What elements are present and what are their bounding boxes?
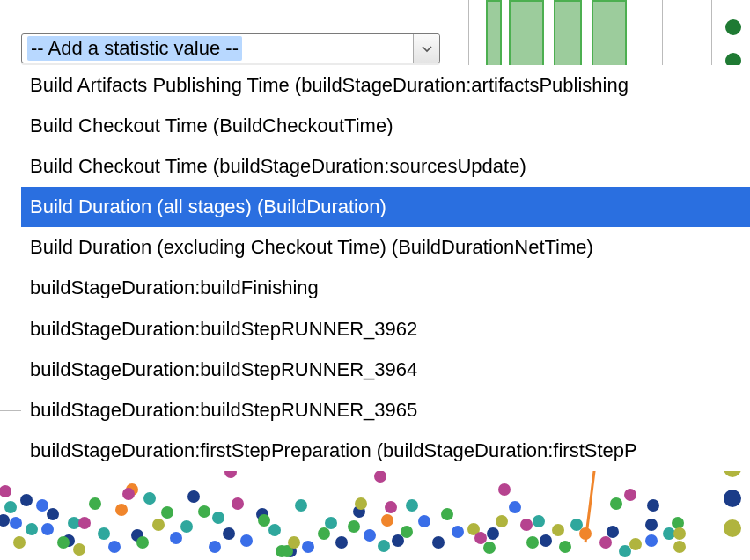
svg-point-44 (180, 520, 193, 533)
svg-point-81 (673, 527, 686, 540)
svg-point-79 (552, 524, 564, 536)
svg-point-10 (47, 508, 59, 520)
svg-point-7 (115, 504, 128, 516)
svg-point-65 (401, 526, 413, 538)
svg-point-59 (198, 505, 210, 518)
svg-point-77 (467, 523, 480, 535)
svg-point-71 (672, 517, 684, 529)
svg-point-72 (13, 536, 26, 549)
svg-point-23 (607, 526, 619, 538)
svg-point-39 (4, 501, 17, 513)
svg-point-20 (432, 536, 445, 549)
svg-point-57 (136, 536, 149, 549)
svg-point-8 (0, 514, 10, 527)
svg-point-62 (281, 545, 293, 557)
svg-point-84 (78, 517, 91, 529)
svg-point-75 (288, 536, 300, 549)
svg-point-61 (276, 545, 288, 557)
legend-dot (724, 490, 741, 507)
svg-point-70 (610, 497, 622, 510)
svg-point-60 (258, 514, 270, 527)
svg-point-52 (570, 519, 583, 531)
svg-point-67 (483, 542, 496, 554)
svg-point-47 (295, 499, 307, 512)
svg-point-82 (673, 541, 686, 553)
svg-point-69 (559, 541, 571, 553)
svg-point-29 (108, 541, 121, 553)
svg-point-46 (268, 524, 281, 536)
svg-point-32 (240, 534, 253, 547)
svg-point-19 (392, 534, 404, 547)
svg-point-26 (10, 517, 22, 529)
svg-point-50 (406, 499, 418, 512)
svg-point-58 (161, 506, 173, 519)
svg-point-11 (62, 534, 75, 547)
svg-point-80 (629, 538, 642, 550)
combobox-toggle[interactable] (413, 34, 439, 63)
svg-point-55 (57, 536, 70, 549)
svg-point-89 (385, 501, 397, 513)
svg-point-1 (126, 483, 138, 496)
option-2[interactable]: Build Checkout Time (buildStageDuration:… (21, 146, 750, 187)
svg-point-17 (335, 536, 348, 549)
svg-point-14 (223, 527, 235, 540)
statistic-select: -- Add a statistic value -- Build Artifa… (21, 33, 750, 471)
svg-point-87 (232, 497, 244, 510)
svg-point-15 (256, 508, 268, 520)
legend-dot (724, 519, 741, 537)
svg-point-63 (318, 527, 330, 540)
svg-point-64 (348, 520, 360, 533)
option-9[interactable]: buildStageDuration:firstStepPreparation … (21, 431, 750, 471)
svg-point-30 (170, 532, 182, 544)
svg-point-94 (624, 489, 636, 501)
option-3[interactable]: Build Duration (all stages) (BuildDurati… (21, 187, 750, 227)
statistic-listbox: Build Artifacts Publishing Time (buildSt… (21, 65, 750, 471)
svg-point-51 (533, 515, 545, 527)
svg-point-45 (212, 512, 224, 524)
svg-point-83 (0, 485, 11, 497)
svg-point-88 (374, 470, 386, 483)
svg-point-6 (381, 514, 393, 527)
option-8[interactable]: buildStageDuration:buildStepRUNNER_3965 (21, 390, 750, 431)
option-0[interactable]: Build Artifacts Publishing Time (buildSt… (21, 65, 750, 106)
option-4[interactable]: Build Duration (excluding Checkout Time)… (21, 227, 750, 268)
option-7[interactable]: buildStageDuration:buildStepRUNNER_3964 (21, 350, 750, 390)
svg-point-49 (378, 540, 390, 552)
svg-point-90 (474, 532, 487, 544)
svg-point-28 (41, 523, 54, 535)
chevron-down-icon (422, 41, 432, 56)
option-6[interactable]: buildStageDuration:buildStepRUNNER_3962 (21, 309, 750, 350)
svg-point-34 (364, 529, 376, 542)
svg-point-92 (520, 519, 533, 531)
svg-point-13 (188, 490, 200, 503)
svg-point-76 (355, 497, 367, 510)
svg-point-85 (122, 488, 135, 500)
svg-point-37 (509, 501, 521, 513)
combobox-placeholder: -- Add a statistic value -- (27, 36, 242, 61)
option-5[interactable]: buildStageDuration:buildFinishing (21, 268, 750, 308)
svg-point-21 (487, 527, 499, 540)
svg-point-53 (619, 545, 631, 557)
svg-point-74 (152, 519, 165, 531)
svg-point-91 (498, 483, 511, 496)
statistic-combobox[interactable]: -- Add a statistic value -- (21, 33, 440, 63)
svg-point-33 (302, 541, 314, 553)
svg-point-78 (496, 515, 508, 527)
svg-point-56 (89, 497, 101, 510)
svg-point-38 (645, 534, 658, 547)
svg-point-25 (647, 499, 659, 512)
svg-point-41 (68, 517, 80, 529)
svg-point-43 (143, 492, 156, 505)
svg-point-93 (599, 536, 612, 549)
svg-point-16 (284, 545, 297, 557)
svg-point-68 (526, 536, 539, 549)
combobox-display[interactable]: -- Add a statistic value -- (22, 34, 413, 63)
svg-point-5 (579, 527, 592, 540)
option-1[interactable]: Build Checkout Time (BuildCheckoutTime) (21, 106, 750, 146)
svg-point-54 (663, 527, 675, 540)
svg-point-36 (452, 526, 464, 538)
svg-point-42 (98, 527, 110, 540)
svg-point-40 (26, 523, 38, 535)
svg-point-66 (441, 508, 453, 520)
svg-point-12 (131, 529, 143, 542)
